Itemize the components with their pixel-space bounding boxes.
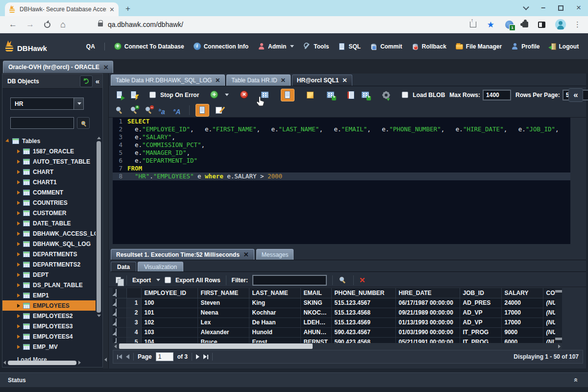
notebook-icon[interactable] — [346, 90, 356, 100]
grid-cell[interactable]: Bruce — [197, 337, 249, 343]
column-header-job_id[interactable]: JOB_ID — [460, 288, 501, 298]
grid-cell[interactable]: AD_PRES — [460, 298, 501, 308]
new-sql-doc-icon[interactable] — [281, 89, 294, 101]
scroll-down-icon[interactable] — [97, 315, 101, 317]
collapsed-triangle-icon[interactable] — [17, 335, 20, 339]
column-header-salary[interactable]: SALARY — [501, 288, 543, 298]
doc-tab-2[interactable]: Table Data HR.ID✕ — [226, 74, 290, 86]
grid-cell[interactable]: 01/13/1993 00:00:00 — [395, 318, 460, 327]
scrollbar-thumb[interactable] — [119, 343, 313, 349]
tree-item-1587_oracle[interactable]: 1587_ORACLE — [2, 146, 96, 156]
collapsed-triangle-icon[interactable] — [17, 191, 20, 195]
editor-line-4[interactable]: 4 e."COMMISSION_PCT", — [113, 141, 570, 149]
grid-cell[interactable]: Kochhar — [249, 308, 300, 318]
menu-item-tools[interactable]: Tools — [303, 43, 329, 50]
share-icon[interactable] — [470, 22, 476, 27]
editor-line-6[interactable]: 6 e."DEPARTMENT_ID" — [113, 157, 570, 165]
editor-line-3[interactable]: 3 e."SALARY", — [113, 133, 570, 141]
add-new-icon[interactable] — [210, 90, 220, 100]
sidebar-search-button[interactable] — [77, 117, 90, 129]
note-icon[interactable] — [305, 90, 315, 100]
grid-cell[interactable]: 24000 — [501, 298, 543, 308]
collapsed-triangle-icon[interactable] — [17, 345, 20, 349]
grid-cell[interactable]: 01/03/1990 00:00:00 — [395, 327, 460, 337]
grid-cell[interactable]: King — [249, 298, 300, 308]
editor-line-5[interactable]: 5 e."MANAGER_ID", — [113, 149, 570, 157]
collapsed-triangle-icon[interactable] — [17, 252, 20, 256]
tree-item-customer[interactable]: CUSTOMER — [2, 208, 96, 218]
load-blob-checkbox[interactable] — [402, 92, 408, 98]
window-maximize-icon[interactable] — [558, 5, 564, 11]
tree-item-employees3[interactable]: EMPLOYEES3 — [2, 321, 96, 331]
tree-item-date_table[interactable]: DATE_TABLE — [2, 218, 96, 228]
search-icon[interactable] — [115, 105, 124, 115]
chevron-down-icon[interactable] — [74, 98, 83, 109]
menu-item-connection-info[interactable]: Connection Info — [194, 43, 248, 50]
doc-tab-close-icon[interactable]: ✕ — [281, 77, 286, 84]
stop-on-error-checkbox[interactable] — [149, 92, 156, 98]
tab-resultset[interactable]: Resultset 1. Execution Time:52 Milliseco… — [111, 249, 254, 260]
grid-cell[interactable]: LDEHAAN — [300, 318, 331, 327]
extensions-puzzle-icon[interactable] — [522, 22, 528, 27]
edit-icon[interactable] — [214, 105, 224, 115]
row-select-cell[interactable] — [113, 327, 126, 337]
collapsed-triangle-icon[interactable] — [17, 170, 20, 174]
collapsed-triangle-icon[interactable] — [17, 294, 20, 297]
grid-cell[interactable]: AD_VP — [460, 308, 501, 318]
scroll-up-icon[interactable] — [555, 290, 562, 293]
schema-select[interactable]: HR — [10, 98, 84, 110]
checkbox-icon[interactable] — [116, 299, 117, 307]
menu-item-commit[interactable]: Commit — [370, 43, 402, 50]
filter-input[interactable] — [252, 275, 327, 286]
tab-visualization[interactable]: Visualization — [138, 262, 183, 271]
collapsed-triangle-icon[interactable] — [17, 232, 20, 236]
row-select-cell[interactable] — [113, 337, 126, 343]
row-select-cell[interactable] — [113, 308, 126, 318]
column-header-email[interactable]: EMAIL — [300, 288, 331, 298]
grid-cell[interactable]: 17000 — [501, 318, 543, 327]
previous-page-button[interactable] — [126, 354, 129, 359]
grid-cell[interactable]: 100 — [141, 298, 197, 308]
grid-vertical-scrollbar[interactable] — [555, 288, 562, 343]
grid-cell[interactable]: IT_PROG — [460, 337, 501, 343]
export-button[interactable]: Export — [132, 277, 151, 284]
grid-cell[interactable]: 102 — [141, 318, 197, 327]
grid-cell[interactable]: 9000 — [501, 327, 543, 337]
browser-menu-icon[interactable]: ⋮ — [574, 20, 581, 29]
collapsed-triangle-icon[interactable] — [17, 211, 20, 215]
grid-cell[interactable]: (NULL) — [543, 308, 555, 318]
checkbox-icon[interactable] — [116, 318, 117, 326]
collapsed-triangle-icon[interactable] — [17, 314, 20, 318]
expanded-triangle-icon[interactable] — [5, 139, 10, 144]
column-header-first_name[interactable]: FIRST_NAME — [197, 288, 249, 298]
editor-line-7[interactable]: 7FROM — [113, 165, 570, 172]
extension-badge-icon[interactable] — [505, 21, 514, 29]
forward-icon[interactable]: → — [26, 20, 34, 29]
grid-cell[interactable]: 06/17/1987 00:00:00 — [395, 298, 460, 308]
doc-tab-close-icon[interactable]: ✕ — [343, 77, 347, 84]
filter-search-button[interactable] — [338, 275, 348, 285]
settings-gear-icon[interactable] — [381, 90, 391, 100]
grid-cell[interactable]: BERNST — [300, 337, 331, 343]
side-panel-icon[interactable] — [538, 22, 545, 28]
select-all-header[interactable] — [113, 288, 126, 298]
zoom-in-icon[interactable]: + — [129, 105, 139, 115]
scrollbar-thumb[interactable] — [8, 361, 76, 365]
grid-cell[interactable]: AD_VP — [460, 318, 501, 327]
back-icon[interactable]: ← — [9, 20, 17, 29]
bookmark-star-icon[interactable]: ★ — [487, 20, 494, 30]
status-collapse-icon[interactable]: « — [572, 378, 580, 382]
grid-cell[interactable]: 590.423.4567 — [331, 327, 395, 337]
reload-icon[interactable] — [44, 22, 50, 28]
window-chevron-icon[interactable] — [523, 4, 529, 10]
checkbox-icon[interactable] — [116, 328, 117, 336]
row-select-cell[interactable] — [113, 318, 126, 327]
editor-line-2[interactable]: 2 e."EMPLOYEE_ID", e."FIRST_NAME", e."LA… — [113, 125, 570, 133]
tree-item-ds_plan_table[interactable]: DS_PLAN_TABLE — [2, 280, 96, 290]
tree-item-employees4[interactable]: EMPLOYEES4 — [2, 331, 96, 342]
refresh-button[interactable] — [80, 75, 93, 87]
collapsed-triangle-icon[interactable] — [17, 304, 20, 308]
uppercase-icon[interactable]: aA — [173, 105, 183, 115]
scroll-left-icon[interactable] — [114, 344, 117, 348]
sidebar-collapse-icon[interactable]: « — [96, 77, 99, 85]
